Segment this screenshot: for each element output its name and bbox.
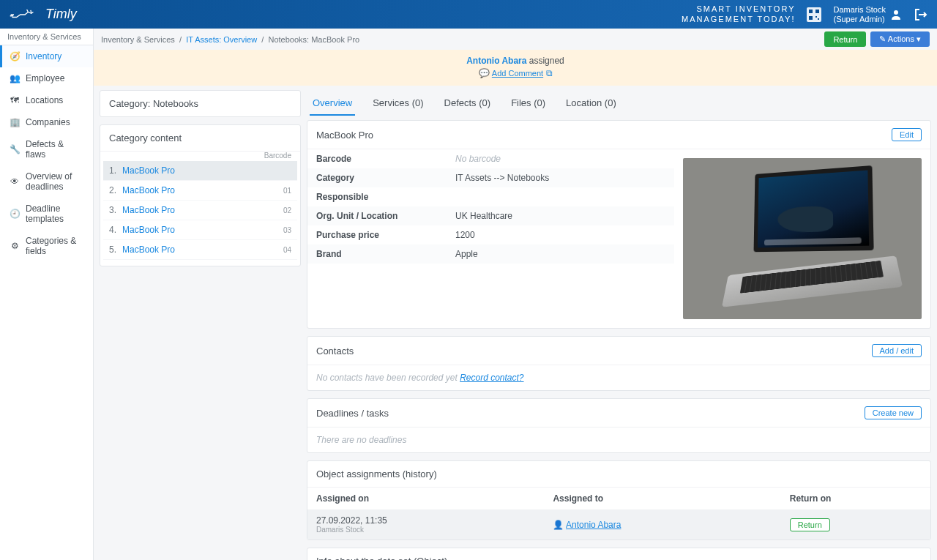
sidebar: Inventory & Services 🧭Inventory 👥Employe… bbox=[0, 29, 94, 560]
nav-locations[interactable]: 🗺Locations bbox=[0, 89, 93, 111]
user-role: (Super Admin) bbox=[833, 15, 886, 23]
table-row: 27.09.2022, 11:35Damaris Stock 👤 Antonio… bbox=[307, 509, 930, 540]
nav-inventory[interactable]: 🧭Inventory bbox=[0, 45, 93, 67]
deer-icon bbox=[9, 7, 41, 23]
create-deadline-button[interactable]: Create new bbox=[865, 406, 922, 419]
detail-tabs: Overview Services (0) Defects (0) Files … bbox=[307, 90, 931, 116]
deadlines-title: Deadlines / tasks bbox=[316, 408, 389, 419]
nav-companies[interactable]: 🏢Companies bbox=[0, 111, 93, 133]
info-title: Info about the data set (Object) bbox=[307, 548, 930, 560]
clock-icon: 🕘 bbox=[10, 209, 20, 219]
record-contact-link[interactable]: Record contact? bbox=[460, 373, 523, 383]
logout-icon[interactable] bbox=[914, 7, 928, 22]
logo[interactable]: Timly bbox=[9, 7, 77, 23]
banner-assignee[interactable]: Antonio Abara bbox=[466, 56, 526, 66]
category-list: 1.MacBook Pro 2.MacBook Pro01 3.MacBook … bbox=[100, 161, 300, 266]
category-title: Category: Notebooks bbox=[100, 91, 300, 116]
list-item[interactable]: 4.MacBook Pro03 bbox=[103, 220, 297, 240]
logo-text: Timly bbox=[45, 7, 77, 22]
gauge-icon: 🧭 bbox=[10, 51, 20, 61]
detail-table: BarcodeNo barcode CategoryIT Assets --> … bbox=[307, 149, 674, 264]
nav-templates[interactable]: 🕘Deadline templates bbox=[0, 198, 93, 230]
tab-location[interactable]: Location (0) bbox=[563, 90, 619, 116]
user-block[interactable]: Damaris Stock (Super Admin) bbox=[833, 5, 902, 23]
nav-defects[interactable]: 🔧Defects & flaws bbox=[0, 133, 93, 165]
gear-icon: ⚙ bbox=[10, 241, 20, 251]
sidebar-subtab[interactable]: Inventory & Services bbox=[0, 29, 93, 45]
svg-rect-1 bbox=[815, 10, 819, 13]
app-header: Timly SMART INVENTORY MANAGEMENT TODAY! … bbox=[0, 0, 937, 29]
user-icon bbox=[890, 9, 902, 20]
main-content: Inventory & Services / IT Assets: Overvi… bbox=[94, 29, 937, 560]
user-name: Damaris Stock bbox=[833, 5, 886, 14]
product-image bbox=[683, 158, 922, 319]
return-button[interactable]: Return bbox=[824, 31, 866, 47]
nav-categories[interactable]: ⚙Categories & fields bbox=[0, 230, 93, 262]
building-icon: 🏢 bbox=[10, 117, 20, 127]
actions-button[interactable]: ✎ Actions ▾ bbox=[870, 31, 930, 47]
tab-defects[interactable]: Defects (0) bbox=[441, 90, 494, 116]
history-table: Assigned on Assigned to Return on 27.09.… bbox=[307, 488, 930, 540]
eye-icon: 👁 bbox=[10, 176, 20, 187]
category-content-title: Category content bbox=[100, 125, 300, 152]
detail-title: MacBook Pro bbox=[316, 130, 373, 141]
svg-rect-3 bbox=[815, 16, 817, 18]
barcode-col-header: Barcode bbox=[100, 152, 300, 161]
users-icon: 👥 bbox=[10, 73, 20, 83]
edit-button[interactable]: Edit bbox=[892, 128, 922, 141]
assignment-banner: Antonio Abara assigned 💬 Add Comment ⧉ bbox=[94, 50, 937, 86]
svg-rect-0 bbox=[809, 10, 813, 13]
qr-icon[interactable] bbox=[807, 7, 821, 22]
list-item[interactable]: 2.MacBook Pro01 bbox=[103, 181, 297, 201]
person-icon: 👤 bbox=[553, 520, 564, 530]
add-comment-link[interactable]: Add Comment bbox=[492, 69, 543, 78]
history-title: Object assignments (history) bbox=[307, 461, 930, 488]
tab-overview[interactable]: Overview bbox=[310, 90, 355, 116]
svg-rect-2 bbox=[809, 16, 813, 20]
list-item[interactable]: 1.MacBook Pro bbox=[103, 161, 297, 181]
header-right: SMART INVENTORY MANAGEMENT TODAY! Damari… bbox=[682, 4, 928, 23]
breadcrumb-link[interactable]: IT Assets: Overview bbox=[186, 35, 257, 44]
tab-services[interactable]: Services (0) bbox=[370, 90, 426, 116]
assigned-to-link[interactable]: Antonio Abara bbox=[566, 520, 621, 530]
contacts-title: Contacts bbox=[316, 346, 354, 356]
svg-point-5 bbox=[894, 10, 898, 15]
comment-icon: 💬 bbox=[479, 68, 490, 78]
external-link-icon[interactable]: ⧉ bbox=[546, 68, 553, 78]
sitemap-icon: 🗺 bbox=[10, 95, 20, 105]
tab-files[interactable]: Files (0) bbox=[508, 90, 548, 116]
add-edit-contacts-button[interactable]: Add / edit bbox=[872, 344, 922, 357]
nav-employee[interactable]: 👥Employee bbox=[0, 67, 93, 89]
tagline: SMART INVENTORY MANAGEMENT TODAY! bbox=[682, 4, 795, 23]
wrench-icon: 🔧 bbox=[10, 144, 20, 154]
return-assignment-button[interactable]: Return bbox=[790, 518, 830, 531]
breadcrumb: Inventory & Services / IT Assets: Overvi… bbox=[101, 35, 359, 44]
svg-rect-4 bbox=[818, 18, 819, 20]
list-item[interactable]: 5.MacBook Pro04 bbox=[103, 240, 297, 260]
list-item[interactable]: 3.MacBook Pro02 bbox=[103, 201, 297, 220]
nav-deadlines[interactable]: 👁Overview of deadlines bbox=[0, 165, 93, 198]
